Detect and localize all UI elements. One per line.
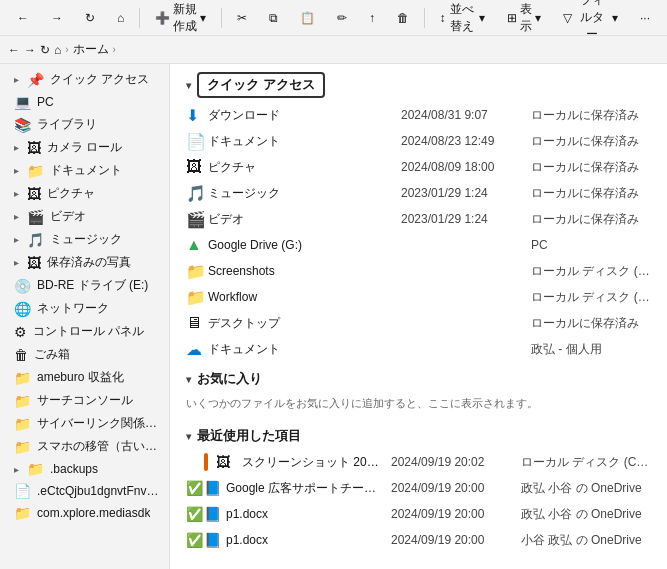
breadcrumb-forward[interactable]: → <box>24 43 36 57</box>
sidebar-item-recycle[interactable]: 🗑 ごみ箱 <box>2 343 167 366</box>
forward-button[interactable]: → <box>42 7 72 29</box>
sidebar-item-label: スマホの移管（古いアロウファイル修 <box>37 438 159 455</box>
breadcrumb-sep1: › <box>65 44 68 55</box>
breadcrumb-home[interactable]: ホーム <box>73 41 109 58</box>
quick-access-header[interactable]: ▾ クイック アクセス <box>170 64 667 102</box>
file-location: 政弘 - 個人用 <box>531 341 651 358</box>
googledrive-icon: ▲ <box>186 236 208 254</box>
view-chevron-icon: ▾ <box>535 11 541 25</box>
favorites-label: お気に入り <box>197 370 262 388</box>
sidebar-item-ectc[interactable]: 📄 .eCtcQjbu1dgnvtFnvnr6yepTp1 <box>2 480 167 502</box>
library-icon: 📚 <box>14 117 31 133</box>
breadcrumb-refresh[interactable]: ↻ <box>40 43 50 57</box>
file-row[interactable]: 🎬 ビデオ 2023/01/29 1:24 ローカルに保存済み <box>170 206 667 232</box>
sidebar-item-saved-photos[interactable]: ▸ 🖼 保存済みの写真 <box>2 251 167 274</box>
new-button[interactable]: ➕ 新規作成 ▾ <box>146 0 215 39</box>
breadcrumb-home-icon[interactable]: ⌂ <box>54 43 61 57</box>
sidebar-item-pc[interactable]: 💻 PC <box>2 91 167 113</box>
expand-icon: ▸ <box>14 74 19 85</box>
sidebar-item-label: com.xplore.mediasdk <box>37 506 150 520</box>
sidebar-item-video[interactable]: ▸ 🎬 ビデオ <box>2 205 167 228</box>
paste-button[interactable]: 📋 <box>291 7 324 29</box>
sidebar-item-ameburo[interactable]: 📁 ameburo 収益化 <box>2 366 167 389</box>
home-button[interactable]: ⌂ <box>108 7 133 29</box>
share-button[interactable]: ↑ <box>360 7 384 29</box>
sidebar-item-label: .eCtcQjbu1dgnvtFnvnr6yepTp1 <box>37 484 159 498</box>
new-label: 新規作成 <box>173 1 197 35</box>
favorites-header[interactable]: ▾ お気に入り <box>170 362 667 392</box>
recent-header[interactable]: ▾ 最近使用した項目 <box>170 419 667 449</box>
sort-chevron-icon: ▾ <box>479 11 485 25</box>
file-name: Workflow <box>208 290 401 304</box>
folder-icon: 📁 <box>14 439 31 455</box>
recent-row[interactable]: 🖼 スクリーンショット 2024-09-19 20022.... 2024/09… <box>170 449 667 475</box>
cut-button[interactable]: ✂ <box>228 7 256 29</box>
breadcrumb-back[interactable]: ← <box>8 43 20 57</box>
collapse-arrow-icon: ▾ <box>186 431 191 442</box>
file-row[interactable]: 🖥 デスクトップ ローカルに保存済み <box>170 310 667 336</box>
sidebar-item-search-console[interactable]: 📁 サーチコンソール <box>2 389 167 412</box>
favorites-hint: いくつかのファイルをお気に入りに追加すると、ここに表示されます。 <box>170 392 667 419</box>
sidebar-item-cyberlink[interactable]: 📁 サイバーリンク関係フォルダー4 <box>2 412 167 435</box>
sidebar-item-network[interactable]: 🌐 ネットワーク <box>2 297 167 320</box>
pictures-icon: 🖼 <box>27 186 41 202</box>
view-button[interactable]: ⊞ 表示 ▾ <box>498 0 550 39</box>
download-icon: ⬇ <box>186 106 208 125</box>
more-button[interactable]: ··· <box>631 7 659 29</box>
sidebar-item-pinned[interactable]: ▸ 📌 クイック アクセス <box>2 68 167 91</box>
sidebar-item-smartphone[interactable]: 📁 スマホの移管（古いアロウファイル修 <box>2 435 167 458</box>
file-date: 2024/08/23 12:49 <box>401 134 531 148</box>
sidebar-item-pictures[interactable]: ▸ 🖼 ピクチャ <box>2 182 167 205</box>
expand-icon: ▸ <box>14 188 19 199</box>
view-icon: ⊞ <box>507 11 517 25</box>
file-name: Screenshots <box>208 264 401 278</box>
sidebar-item-com-xplore[interactable]: 📁 com.xplore.mediasdk <box>2 502 167 524</box>
recent-row[interactable]: ✅ 📘 Google 広客サポートチームの大量様.... 2024/09/19 … <box>170 475 667 501</box>
recent-location: 政弘 小谷 の OneDrive <box>521 480 651 497</box>
recent-row[interactable]: ✅ 📘 p1.docx 2024/09/19 20:00 小谷 政弘 の One… <box>170 527 667 553</box>
file-row[interactable]: 🎵 ミュージック 2023/01/29 1:24 ローカルに保存済み <box>170 180 667 206</box>
check-status-icon: ✅ <box>186 480 204 496</box>
file-name: ドキュメント <box>208 133 401 150</box>
refresh-button[interactable]: ↻ <box>76 7 104 29</box>
delete-button[interactable]: 🗑 <box>388 7 418 29</box>
new-chevron-icon: ▾ <box>200 11 206 25</box>
saved-photos-icon: 🖼 <box>27 255 41 271</box>
file-row[interactable]: ▲ Google Drive (G:) PC <box>170 232 667 258</box>
file-location: ローカル ディスク (C:) <box>531 263 651 280</box>
file-row[interactable]: 🖼 ピクチャ 2024/08/09 18:00 ローカルに保存済み <box>170 154 667 180</box>
sort-button[interactable]: ↕ 並べ替え ▾ <box>431 0 494 39</box>
recent-date: 2024/09/19 20:00 <box>391 533 521 547</box>
file-row[interactable]: ☁ ドキュメント 政弘 - 個人用 <box>170 336 667 362</box>
bd-re-icon: 💿 <box>14 278 31 294</box>
word-doc-icon: 📘 <box>204 506 226 522</box>
sidebar-item-library[interactable]: 📚 ライブラリ <box>2 113 167 136</box>
back-button[interactable]: ← <box>8 7 38 29</box>
file-row[interactable]: 📁 Screenshots ローカル ディスク (C:) <box>170 258 667 284</box>
sidebar-item-documents[interactable]: ▸ 📁 ドキュメント <box>2 159 167 182</box>
collapse-arrow-icon: ▾ <box>186 374 191 385</box>
file-row[interactable]: 📄 ドキュメント 2024/08/23 12:49 ローカルに保存済み <box>170 128 667 154</box>
file-row[interactable]: ⬇ ダウンロード 2024/08/31 9:07 ローカルに保存済み <box>170 102 667 128</box>
file-location: ローカルに保存済み <box>531 185 651 202</box>
separator3 <box>424 8 425 28</box>
file-name: ビデオ <box>208 211 401 228</box>
file-location: ローカル ディスク (C:)¥P... <box>531 289 651 306</box>
video-icon: 🎬 <box>27 209 44 225</box>
pc-icon: 💻 <box>14 94 31 110</box>
recent-row[interactable]: ✅ 📘 p1.docx 2024/09/19 20:00 政弘 小谷 の One… <box>170 501 667 527</box>
sidebar-item-backups[interactable]: ▸ 📁 .backups <box>2 458 167 480</box>
rename-button[interactable]: ✏ <box>328 7 356 29</box>
orange-bar <box>204 453 208 471</box>
more-icon: ··· <box>640 11 650 25</box>
word-doc-icon: 📘 <box>204 480 226 496</box>
sidebar-item-control-panel[interactable]: ⚙ コントロール パネル <box>2 320 167 343</box>
sidebar-item-music[interactable]: ▸ 🎵 ミュージック <box>2 228 167 251</box>
file-location: ローカルに保存済み <box>531 107 651 124</box>
sidebar-item-camera-roll[interactable]: ▸ 🖼 カメラ ロール <box>2 136 167 159</box>
copy-button[interactable]: ⧉ <box>260 7 287 29</box>
file-row[interactable]: 📁 Workflow ローカル ディスク (C:)¥P... <box>170 284 667 310</box>
folder-yellow-icon: 📁 <box>186 288 208 307</box>
breadcrumb-sep2: › <box>113 44 116 55</box>
sidebar-item-bd-re[interactable]: 💿 BD-RE ドライブ (E:) <box>2 274 167 297</box>
